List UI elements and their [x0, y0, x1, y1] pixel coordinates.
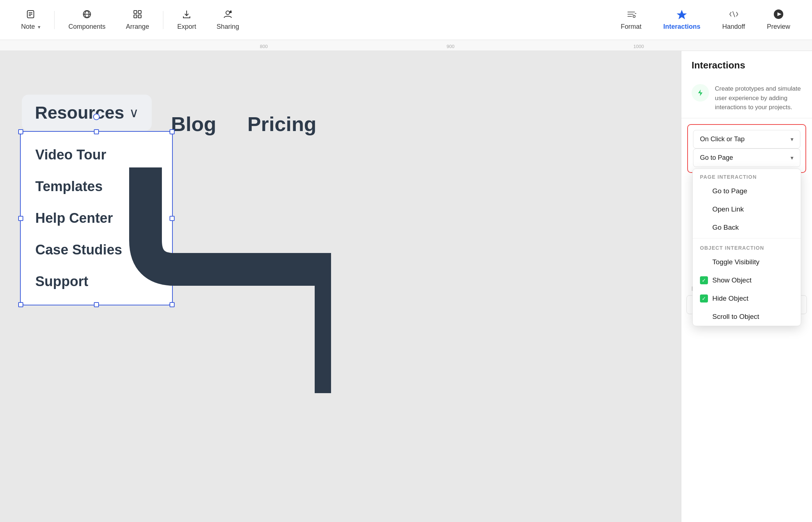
note-icon — [26, 9, 36, 21]
toolbar-item-interactions[interactable]: Interactions — [652, 9, 711, 31]
action-select-label: Go to Page — [700, 154, 733, 162]
format-icon — [626, 9, 636, 21]
option-open-link-label: Open Link — [712, 205, 744, 213]
option-hide-object-label: Hide Object — [712, 294, 748, 302]
right-panel: Interactions Create prototypes and simul… — [681, 51, 812, 522]
hide-object-checkbox[interactable]: ✓ — [700, 294, 708, 302]
interaction-box: On Click or Tap ▾ Go to Page ▾ PAGE INTE… — [687, 124, 806, 173]
option-scroll-to-object-label: Scroll to Object — [712, 313, 759, 321]
toolbar-item-sharing[interactable]: Sharing — [206, 9, 249, 31]
connector-shape — [127, 167, 331, 393]
toolbar-item-components[interactable]: Components — [58, 9, 116, 31]
trigger-select[interactable]: On Click or Tap ▾ — [693, 130, 800, 149]
svg-rect-8 — [134, 15, 137, 18]
handoff-icon — [729, 9, 739, 21]
connection-handle — [93, 114, 100, 120]
trigger-chevron-icon: ▾ — [791, 136, 793, 143]
options-divider — [693, 238, 801, 238]
handle-top-right[interactable] — [170, 129, 175, 134]
export-label: Export — [177, 23, 196, 31]
canvas-area[interactable]: Resources ∨ Blog Pricing Video Tour Temp… — [0, 51, 681, 522]
lightning-icon — [692, 84, 709, 102]
ruler: 800 900 1000 — [0, 40, 812, 51]
svg-line-18 — [733, 11, 735, 17]
action-select[interactable]: Go to Page ▾ — [693, 149, 800, 167]
main-layout: Resources ∨ Blog Pricing Video Tour Temp… — [0, 51, 812, 522]
panel-title: Interactions — [692, 60, 802, 71]
option-show-object[interactable]: ✓ Show Object — [693, 271, 801, 289]
note-dropdown-arrow: ▾ — [38, 24, 40, 30]
ruler-mark-1000: 1000 — [633, 44, 644, 49]
handle-bottom-center[interactable] — [94, 302, 99, 307]
toolbar: Note ▾ Components — [0, 0, 812, 40]
svg-marker-17 — [677, 10, 687, 19]
option-scroll-to-object[interactable]: Scroll to Object — [693, 308, 801, 326]
option-toggle-visibility[interactable]: Toggle Visibility — [693, 253, 801, 271]
page-interaction-section-label: PAGE INTERACTION — [693, 169, 801, 182]
ruler-mark-900: 900 — [447, 44, 455, 49]
toolbar-right: Format Interactions Handoff — [610, 9, 801, 31]
toolbar-item-preview[interactable]: Preview — [756, 9, 801, 31]
toolbar-item-format[interactable]: Format — [610, 9, 652, 31]
arrange-icon — [132, 9, 143, 21]
option-show-object-label: Show Object — [712, 276, 752, 284]
option-go-back[interactable]: Go Back — [693, 218, 801, 237]
show-object-checkbox[interactable]: ✓ — [700, 276, 708, 284]
resources-text: Resources — [35, 103, 124, 123]
format-label: Format — [621, 23, 641, 31]
sharing-icon — [223, 9, 233, 21]
export-icon — [182, 9, 192, 21]
option-go-back-label: Go Back — [712, 224, 739, 232]
action-select-container: Go to Page ▾ PAGE INTERACTION Go to Page… — [693, 149, 800, 167]
toolbar-item-note[interactable]: Note ▾ — [11, 9, 51, 31]
svg-point-11 — [230, 11, 232, 13]
svg-rect-9 — [138, 15, 141, 18]
resources-chevron-icon: ∨ — [129, 105, 139, 120]
action-chevron-icon: ▾ — [791, 154, 793, 161]
option-toggle-visibility-label: Toggle Visibility — [712, 258, 760, 266]
components-label: Components — [68, 23, 106, 31]
handle-top-left[interactable] — [18, 129, 23, 134]
components-icon — [82, 9, 92, 21]
toolbar-item-handoff[interactable]: Handoff — [711, 9, 756, 31]
svg-marker-21 — [698, 90, 702, 96]
sharing-label: Sharing — [216, 23, 239, 31]
description-text: Create prototypes and simulate user expe… — [715, 84, 802, 112]
svg-point-10 — [226, 11, 230, 15]
handle-mid-left[interactable] — [18, 216, 23, 221]
note-label: Note — [21, 23, 35, 31]
blog-nav-item[interactable]: Blog — [171, 112, 216, 136]
trigger-select-label: On Click or Tap — [700, 135, 745, 143]
resources-button[interactable]: Resources ∨ — [22, 95, 152, 131]
handle-bottom-left[interactable] — [18, 302, 23, 307]
ruler-mark-800: 800 — [260, 44, 268, 49]
svg-rect-6 — [134, 11, 137, 13]
handle-top-center[interactable] — [94, 129, 99, 134]
interactions-label: Interactions — [663, 23, 700, 31]
handoff-label: Handoff — [722, 23, 745, 31]
ruler-marks: 800 900 1000 — [0, 40, 812, 51]
arrange-label: Arrange — [126, 23, 149, 31]
menu-item-video-tour[interactable]: Video Tour — [21, 139, 172, 171]
pricing-label: Pricing — [247, 112, 317, 135]
svg-rect-7 — [138, 11, 141, 13]
action-dropdown-options: PAGE INTERACTION Go to Page Open Link Go… — [692, 169, 801, 326]
toolbar-divider-1 — [54, 11, 55, 29]
toolbar-item-export[interactable]: Export — [167, 9, 206, 31]
interactions-icon — [677, 9, 687, 21]
option-go-to-page[interactable]: Go to Page — [693, 182, 801, 200]
object-interaction-section-label: OBJECT INTERACTION — [693, 240, 801, 253]
option-open-link[interactable]: Open Link — [693, 200, 801, 218]
toolbar-left: Note ▾ Components — [11, 9, 610, 31]
svg-point-15 — [633, 15, 635, 17]
preview-label: Preview — [767, 23, 790, 31]
option-hide-object[interactable]: ✓ Hide Object — [693, 289, 801, 308]
blog-label: Blog — [171, 112, 216, 135]
toolbar-divider-2 — [163, 11, 163, 29]
option-go-to-page-label: Go to Page — [712, 187, 747, 195]
toolbar-item-arrange[interactable]: Arrange — [116, 9, 159, 31]
panel-header: Interactions Create prototypes and simul… — [681, 51, 812, 118]
interactions-description: Create prototypes and simulate user expe… — [692, 77, 802, 112]
preview-icon — [773, 9, 784, 21]
pricing-nav-item[interactable]: Pricing — [247, 112, 317, 136]
